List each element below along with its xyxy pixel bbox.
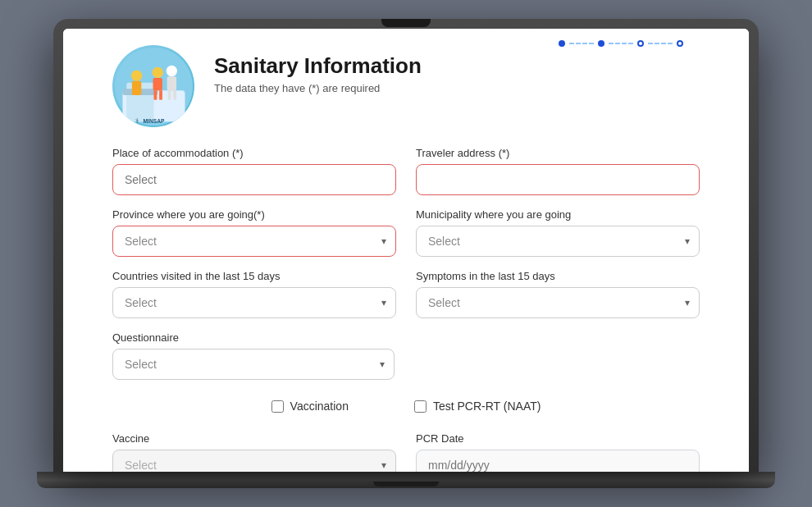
svg-rect-11 (167, 76, 176, 90)
header-text: Sanitary Information The data they have … (214, 45, 422, 94)
province-group: Province where you are going(*) Select ▾ (112, 208, 396, 257)
questionnaire-select[interactable]: Select (112, 349, 395, 380)
dot-line-2 (609, 43, 633, 44)
symptoms-label: Symptoms in the last 15 days (416, 270, 700, 282)
checkbox-row: Vaccination Test PCR-RT (NAAT) (112, 393, 700, 419)
dot-3 (637, 40, 644, 47)
vaccine-select[interactable]: Select (112, 450, 396, 472)
place-of-accommodation-wrapper (112, 164, 396, 195)
vaccine-group: Vaccine Select ▾ (112, 432, 396, 472)
dot-2 (598, 40, 604, 47)
questionnaire-group: Questionnaire Select ▾ (112, 331, 700, 380)
svg-rect-8 (153, 90, 157, 99)
logo-circle: MINSAP ⚕ (112, 45, 194, 127)
svg-rect-12 (167, 90, 171, 99)
top-decoration (559, 40, 683, 47)
dot-4 (677, 40, 683, 47)
traveler-address-group: Traveler address (*) (416, 147, 700, 195)
pcr-date-input[interactable] (416, 450, 700, 472)
svg-text:MINSAP: MINSAP (143, 118, 164, 124)
svg-point-4 (130, 70, 141, 80)
countries-select[interactable]: Select (112, 287, 396, 318)
municipality-select[interactable]: Select (416, 226, 700, 257)
pcr-checkbox[interactable] (414, 400, 427, 413)
svg-rect-5 (131, 80, 140, 94)
countries-wrapper: Select ▾ (112, 287, 396, 318)
page-subtitle: The data they have (*) are required (214, 82, 422, 94)
svg-text:⚕: ⚕ (135, 117, 138, 125)
header: MINSAP ⚕ Sanitary Information The data t… (112, 45, 700, 127)
vaccination-label: Vaccination (290, 400, 349, 413)
svg-point-6 (152, 66, 162, 77)
municipality-label: Municipality where you are going (416, 208, 700, 221)
pcr-test-label: Test PCR-RT (NAAT) (433, 400, 541, 413)
province-select[interactable]: Select (112, 226, 396, 257)
laptop-foot (373, 482, 439, 486)
dot-line-3 (648, 43, 673, 44)
vaccination-checkbox[interactable] (271, 400, 284, 413)
symptoms-wrapper: Select ▾ (416, 287, 700, 318)
vaccine-label: Vaccine (112, 432, 396, 445)
vaccination-checkbox-label[interactable]: Vaccination (271, 400, 349, 413)
dot-line-1 (569, 43, 594, 44)
place-of-accommodation-group: Place of accommodation (*) (112, 147, 396, 195)
province-label: Province where you are going(*) (112, 208, 396, 221)
municipality-wrapper: Select ▾ (416, 226, 700, 257)
municipality-group: Municipality where you are going Select … (416, 208, 700, 257)
pcr-checkbox-label[interactable]: Test PCR-RT (NAAT) (414, 400, 541, 413)
dot-1 (559, 40, 565, 47)
vaccine-wrapper: Select ▾ (112, 450, 396, 472)
svg-rect-9 (159, 90, 162, 99)
laptop-base (37, 472, 775, 488)
page-title: Sanitary Information (214, 53, 422, 79)
symptoms-group: Symptoms in the last 15 days Select ▾ (416, 270, 700, 318)
countries-label: Countries visited in the last 15 days (112, 270, 396, 282)
svg-point-10 (166, 65, 176, 75)
place-of-accommodation-label: Place of accommodation (*) (112, 147, 396, 159)
symptoms-select[interactable]: Select (416, 287, 700, 318)
pcr-date-label: PCR Date (416, 432, 700, 445)
questionnaire-label: Questionnaire (112, 331, 700, 344)
countries-group: Countries visited in the last 15 days Se… (112, 270, 396, 318)
svg-rect-7 (153, 78, 162, 90)
place-of-accommodation-input[interactable] (112, 164, 396, 195)
province-wrapper: Select ▾ (112, 226, 396, 257)
traveler-address-label: Traveler address (*) (416, 147, 700, 159)
questionnaire-wrapper: Select ▾ (112, 349, 395, 380)
svg-rect-13 (173, 90, 176, 99)
pcr-date-group: PCR Date (416, 432, 700, 472)
traveler-address-input[interactable] (416, 164, 700, 195)
form: Place of accommodation (*) Traveler addr… (112, 147, 700, 472)
